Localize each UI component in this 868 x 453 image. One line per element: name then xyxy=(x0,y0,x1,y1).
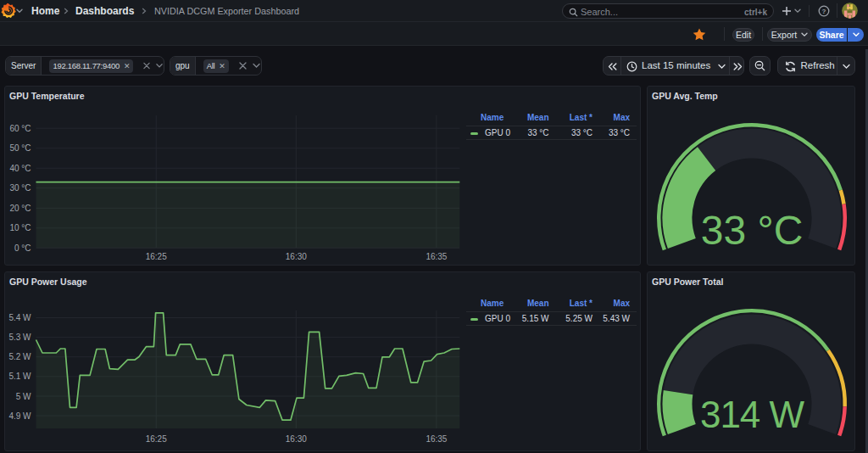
svg-text:50 °C: 50 °C xyxy=(9,143,31,153)
svg-text:16:30: 16:30 xyxy=(286,252,307,261)
svg-text:60 °C: 60 °C xyxy=(9,124,31,133)
svg-text:0 °C: 0 °C xyxy=(14,243,31,253)
svg-text:40 °C: 40 °C xyxy=(9,164,31,173)
svg-text:5 W: 5 W xyxy=(16,392,31,401)
svg-text:33 °C: 33 °C xyxy=(701,208,804,253)
svg-text:?: ? xyxy=(822,8,826,15)
svg-text:16:35: 16:35 xyxy=(426,252,447,261)
svg-text:5.1 W: 5.1 W xyxy=(8,372,31,381)
svg-text:5.3 W: 5.3 W xyxy=(8,333,31,342)
svg-text:5.4 W: 5.4 W xyxy=(8,313,31,322)
svg-text:30 °C: 30 °C xyxy=(9,183,31,193)
svg-text:16:30: 16:30 xyxy=(286,434,307,444)
svg-text:4.9 W: 4.9 W xyxy=(8,411,31,421)
svg-text:20 °C: 20 °C xyxy=(9,204,31,213)
svg-text:16:25: 16:25 xyxy=(146,434,167,444)
svg-text:314 W: 314 W xyxy=(700,394,805,435)
svg-text:10 °C: 10 °C xyxy=(9,223,31,232)
svg-text:5.2 W: 5.2 W xyxy=(8,352,31,361)
svg-text:16:35: 16:35 xyxy=(426,434,447,444)
svg-text:16:25: 16:25 xyxy=(146,252,167,261)
